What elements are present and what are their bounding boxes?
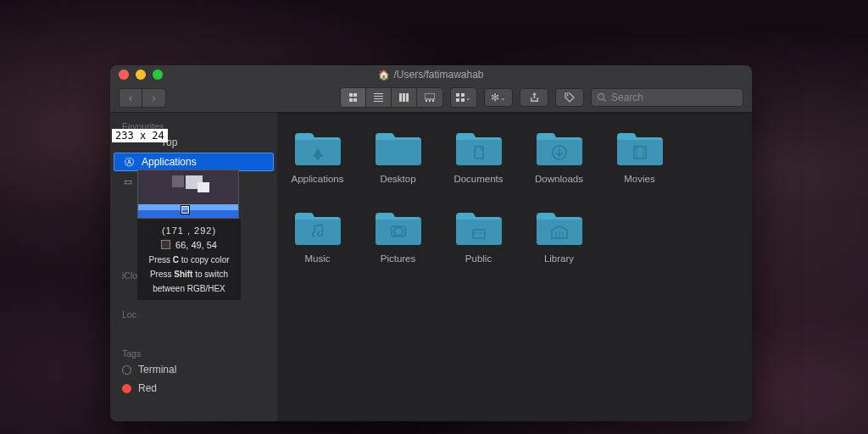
home-icon: 🏠	[378, 70, 390, 80]
folder-downloads[interactable]: Downloads	[527, 128, 591, 184]
folder-pictures[interactable]: Pictures	[366, 208, 430, 264]
folder-label: Applications	[291, 174, 343, 184]
svg-rect-3	[432, 100, 434, 102]
locations-header: Loc	[110, 306, 277, 321]
folder-applications[interactable]: Applications	[286, 128, 349, 184]
column-view-button[interactable]	[392, 88, 417, 107]
folder-label: Documents	[453, 174, 503, 184]
tag-red[interactable]: Red	[110, 379, 277, 398]
hint-copy: Press C to copy color	[144, 253, 234, 266]
folder-label: Music	[304, 253, 330, 264]
picker-info: (171 , 292) 66, 49, 54 Press C to copy c…	[137, 219, 241, 300]
folder-documents[interactable]: Documents	[447, 128, 510, 184]
group-arrange: ⌄	[450, 87, 477, 108]
desktop-icon: ▭	[122, 176, 134, 187]
size-overlay: 233 x 24	[112, 129, 168, 142]
folder-icon	[533, 208, 586, 248]
folder-icon	[614, 128, 666, 169]
folder-library[interactable]: Library	[527, 208, 591, 264]
folder-label: Pictures	[381, 253, 416, 264]
search-field[interactable]: Search	[591, 88, 743, 107]
folder-icon	[453, 128, 505, 169]
folder-label: Library	[544, 253, 574, 264]
titlebar[interactable]: 🏠/Users/fatimawahab	[110, 65, 752, 83]
tag-terminal[interactable]: Terminal	[110, 360, 277, 379]
tag-dot-red-icon	[122, 384, 131, 393]
nav-group: ‹ ›	[119, 88, 166, 108]
gallery-view-button[interactable]	[417, 88, 442, 107]
hint-switch: Press Shift to switch	[144, 268, 234, 281]
back-button[interactable]: ‹	[119, 88, 142, 108]
view-switcher	[340, 87, 443, 108]
folder-public[interactable]: Public	[447, 208, 510, 264]
svg-rect-1	[426, 100, 427, 102]
folder-label: Desktop	[380, 174, 415, 184]
icon-view-button[interactable]	[341, 88, 366, 107]
tags-header: Tags	[110, 345, 277, 360]
folder-music[interactable]: Music	[286, 208, 349, 264]
svg-rect-0	[425, 93, 435, 99]
svg-rect-2	[429, 100, 431, 102]
folder-icon	[372, 208, 425, 248]
search-icon	[597, 92, 607, 103]
zoom-button[interactable]	[153, 70, 163, 80]
folder-icon	[292, 208, 344, 248]
close-button[interactable]	[119, 70, 129, 80]
file-grid[interactable]: ApplicationsDesktopDocumentsDownloadsMov…	[277, 113, 752, 421]
svg-point-4	[567, 95, 569, 97]
tags-button[interactable]	[555, 88, 584, 107]
action-button[interactable]: ✻⌄	[484, 88, 513, 107]
folder-icon	[372, 128, 425, 169]
folder-label: Movies	[624, 174, 654, 184]
list-view-button[interactable]	[366, 88, 392, 107]
color-picker-overlay: (171 , 292) 66, 49, 54 Press C to copy c…	[137, 170, 241, 300]
crosshair-icon	[181, 206, 189, 214]
folder-label: Public	[465, 253, 492, 264]
minimize-button[interactable]	[136, 70, 146, 80]
sidebar-item-applications[interactable]: ⒶApplications	[114, 153, 274, 171]
search-placeholder: Search	[611, 92, 643, 103]
hint-mode: between RGB/HEX	[144, 282, 234, 295]
coord-readout: (171 , 292)	[144, 224, 234, 238]
folder-desktop[interactable]: Desktop	[366, 128, 430, 184]
folder-label: Downloads	[535, 174, 583, 184]
folder-icon	[292, 128, 344, 169]
group-button[interactable]: ⌄	[451, 88, 476, 107]
traffic-lights	[119, 70, 163, 80]
toolbar: ‹ › ⌄ ✻⌄ Search	[110, 83, 752, 113]
color-swatch	[161, 240, 170, 249]
folder-movies[interactable]: Movies	[608, 128, 671, 184]
share-button[interactable]	[520, 88, 548, 107]
svg-point-5	[598, 94, 604, 100]
magnifier	[137, 170, 239, 219]
tag-dot-icon	[122, 365, 131, 375]
rgb-readout: 66, 49, 54	[144, 238, 234, 253]
svg-line-6	[604, 99, 606, 102]
folder-icon	[533, 128, 586, 169]
forward-button[interactable]: ›	[142, 88, 166, 108]
applications-icon: Ⓐ	[123, 156, 135, 169]
window-title: 🏠/Users/fatimawahab	[110, 69, 752, 81]
folder-icon	[453, 208, 505, 248]
